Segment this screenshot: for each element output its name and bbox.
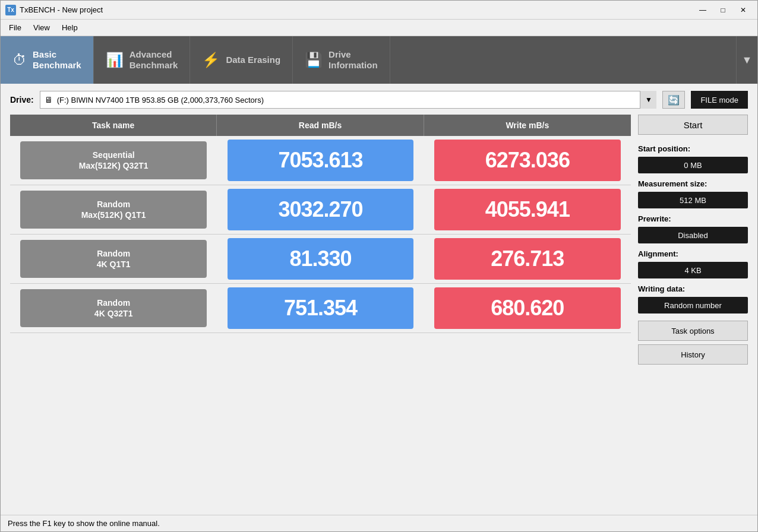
advanced-benchmark-icon: 📊 [106,52,124,68]
read-cell-0: 7053.613 [217,140,424,181]
write-cell-2: 276.713 [424,238,631,280]
write-value-3: 680.620 [434,287,621,329]
tab-basic-label: BasicBenchmark [33,49,81,71]
tab-dropdown-button[interactable]: ▼ [736,36,757,84]
menu-help[interactable]: Help [56,21,84,34]
task-name-cell-3: Random4K Q32T1 [10,287,217,329]
write-value-1: 4055.941 [434,189,621,230]
task-name-3: Random4K Q32T1 [20,289,206,327]
drive-info-icon: 💾 [305,52,323,68]
task-name-cell-2: Random4K Q1T1 [10,238,217,280]
header-task-name: Task name [10,115,217,136]
drive-refresh-button[interactable]: 🔄 [662,91,685,109]
tab-drive-information[interactable]: 💾 DriveInformation [293,36,390,84]
task-name-0: SequentialMax(512K) Q32T1 [20,141,206,179]
title-bar: Tx TxBENCH - New project — □ ✕ [1,1,757,20]
main-area: Task name Read mB/s Write mB/s Sequentia… [10,115,748,508]
menu-file[interactable]: File [3,21,27,34]
drive-label: Drive: [10,95,34,104]
menu-bar: File View Help [1,20,757,36]
read-cell-2: 81.330 [217,238,424,280]
write-value-0: 6273.036 [434,140,621,181]
writing-data-label: Writing data: [638,284,748,293]
read-value-3: 751.354 [228,287,413,329]
writing-data-value: Random number [638,297,748,314]
prewrite-label: Prewrite: [638,214,748,223]
table-row: Random4K Q32T1 751.354 680.620 [10,284,631,333]
read-value-1: 3032.270 [228,189,413,230]
tab-advanced-benchmark[interactable]: 📊 AdvancedBenchmark [94,36,191,84]
benchmark-table: Task name Read mB/s Write mB/s Sequentia… [10,115,631,508]
tab-advanced-label: AdvancedBenchmark [130,49,178,71]
prewrite-value: Disabled [638,227,748,243]
sidebar: Start Start position: 0 MB Measurement s… [638,115,748,508]
window-controls: — □ ✕ [693,4,753,17]
task-name-cell-0: SequentialMax(512K) Q32T1 [10,140,217,181]
read-value-0: 7053.613 [228,140,413,181]
table-row: RandomMax(512K) Q1T1 3032.270 4055.941 [10,185,631,235]
alignment-label: Alignment: [638,249,748,258]
drive-pc-icon: 🖥 [45,95,53,104]
table-row: Random4K Q1T1 81.330 276.713 [10,235,631,284]
close-button[interactable]: ✕ [734,4,753,17]
tab-data-erasing[interactable]: ⚡ Data Erasing [190,36,293,84]
task-name-cell-1: RandomMax(512K) Q1T1 [10,189,217,230]
tab-bar: ⏱ BasicBenchmark 📊 AdvancedBenchmark ⚡ D… [1,36,757,84]
window-title: TxBENCH - New project [20,5,693,14]
tab-erasing-label: Data Erasing [226,55,280,65]
history-button[interactable]: History [638,344,748,365]
drive-select-display[interactable]: (F:) BIWIN NV7400 1TB 953.85 GB (2,000,3… [40,91,657,109]
data-erasing-icon: ⚡ [202,52,220,68]
menu-view[interactable]: View [27,21,56,34]
alignment-value: 4 KB [638,262,748,278]
start-button[interactable]: Start [638,115,748,135]
drive-dropdown-arrow[interactable]: ▼ [640,91,656,109]
main-content: Drive: 🖥 (F:) BIWIN NV7400 1TB 953.85 GB… [1,84,757,515]
app-icon: Tx [5,5,16,15]
drive-select-wrapper: 🖥 (F:) BIWIN NV7400 1TB 953.85 GB (2,000… [40,91,657,109]
maximize-button[interactable]: □ [713,4,732,17]
table-row: SequentialMax(512K) Q32T1 7053.613 6273.… [10,136,631,185]
drive-row: Drive: 🖥 (F:) BIWIN NV7400 1TB 953.85 GB… [10,91,748,109]
task-name-2: Random4K Q1T1 [20,240,206,278]
write-cell-1: 4055.941 [424,189,631,230]
status-text: Press the F1 key to show the online manu… [8,519,160,528]
table-header: Task name Read mB/s Write mB/s [10,115,631,136]
read-cell-1: 3032.270 [217,189,424,230]
task-options-button[interactable]: Task options [638,321,748,341]
write-cell-3: 680.620 [424,287,631,329]
app-window: Tx TxBENCH - New project — □ ✕ File View… [0,0,758,532]
header-write: Write mB/s [424,115,631,136]
measurement-size-label: Measurement size: [638,179,748,188]
task-name-1: RandomMax(512K) Q1T1 [20,191,206,229]
header-read: Read mB/s [217,115,424,136]
measurement-size-value: 512 MB [638,192,748,208]
tab-drive-label: DriveInformation [329,49,378,71]
file-mode-button[interactable]: FILE mode [691,91,748,109]
write-cell-0: 6273.036 [424,140,631,181]
basic-benchmark-icon: ⏱ [12,52,27,68]
read-value-2: 81.330 [228,238,413,280]
status-bar: Press the F1 key to show the online manu… [1,515,757,531]
minimize-button[interactable]: — [693,4,712,17]
read-cell-3: 751.354 [217,287,424,329]
start-position-value: 0 MB [638,157,748,173]
write-value-2: 276.713 [434,238,621,280]
tab-basic-benchmark[interactable]: ⏱ BasicBenchmark [1,36,94,84]
start-position-label: Start position: [638,144,748,153]
